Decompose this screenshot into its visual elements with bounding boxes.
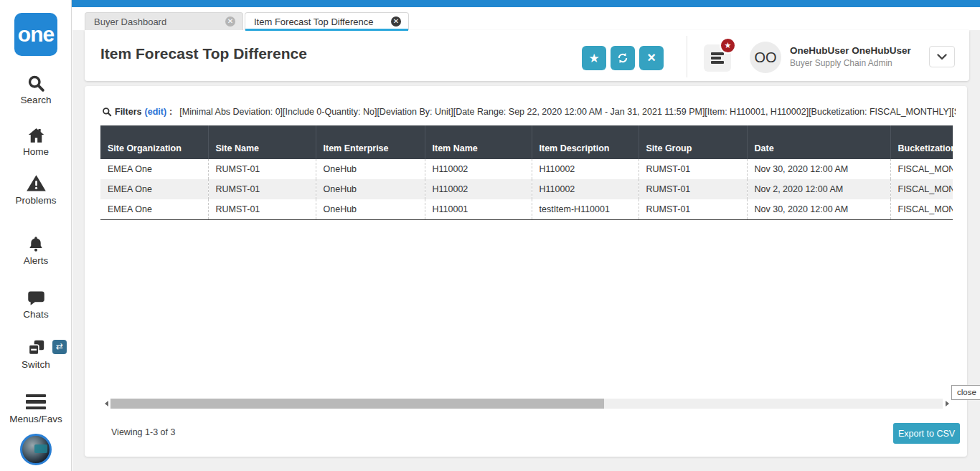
- horizontal-scrollbar: [102, 399, 951, 409]
- table-cell: RUMST-01: [208, 179, 316, 199]
- header-divider: [687, 36, 687, 77]
- page-header: Item Forecast Top Difference ★ × ★ OO On…: [85, 30, 969, 81]
- sidebar-item-switch[interactable]: ⇄ Switch: [0, 336, 72, 370]
- filters-edit-link[interactable]: (edit): [145, 107, 167, 117]
- table-cell: RUMST-01: [208, 199, 316, 219]
- table-cell: EMEA One: [100, 159, 208, 179]
- sidebar: one Search Home Problems Alerts: [0, 0, 72, 471]
- table-cell: RUMST-01: [639, 199, 747, 219]
- user-name: OneHubUser OneHubUser: [790, 45, 911, 56]
- table-cell: OneHub: [316, 199, 425, 219]
- table-cell: FISCAL_MONTHLY: [890, 179, 953, 199]
- close-icon: ×: [647, 49, 656, 66]
- column-header[interactable]: Item Description: [532, 125, 639, 159]
- sidebar-item-label: Chats: [0, 309, 72, 320]
- table-cell: Nov 30, 2020 12:00 AM: [747, 159, 890, 179]
- column-header[interactable]: Site Organization: [100, 125, 208, 159]
- app-screen: one Search Home Problems Alerts: [0, 0, 980, 471]
- column-header[interactable]: Item Enterprise: [316, 125, 425, 159]
- sidebar-item-alerts[interactable]: Alerts: [0, 232, 72, 266]
- chat-bubble-icon: [0, 286, 72, 308]
- table-cell: RUMST-01: [208, 159, 316, 179]
- refresh-button[interactable]: [611, 46, 635, 70]
- column-header[interactable]: Bucketization Level: [890, 125, 953, 159]
- chevron-down-icon: [937, 54, 947, 60]
- user-menu-button[interactable]: [929, 46, 955, 67]
- column-header[interactable]: Item Name: [425, 125, 532, 159]
- scrollbar-thumb[interactable]: [110, 399, 604, 409]
- sidebar-item-problems[interactable]: Problems: [0, 172, 72, 206]
- star-icon: ★: [725, 41, 732, 49]
- home-icon: [0, 123, 72, 145]
- hamburger-icon: [0, 391, 72, 412]
- sidebar-item-home[interactable]: Home: [0, 123, 72, 157]
- table-cell: FISCAL_MONTHLY: [890, 159, 953, 179]
- table-cell: H110002: [532, 159, 639, 179]
- sidebar-user-avatar[interactable]: [20, 434, 52, 465]
- scrollbar-track[interactable]: [110, 399, 943, 409]
- tab-item-forecast-top-difference[interactable]: Item Forecast Top Difference ✕: [245, 12, 409, 30]
- table-cell: H110002: [532, 179, 639, 199]
- sidebar-item-label: Home: [0, 146, 72, 157]
- table-cell: H110002: [425, 159, 532, 179]
- column-header[interactable]: Site Name: [208, 125, 316, 159]
- filter-bar: Filters (edit): [Minimal Abs Deviation: …: [102, 106, 956, 117]
- search-icon: [0, 72, 72, 93]
- favorites-badge[interactable]: ★: [720, 37, 736, 54]
- table-cell: testItem-H110001: [532, 199, 639, 219]
- table-row[interactable]: EMEA OneRUMST-01OneHubH110002H110002RUMS…: [100, 179, 953, 199]
- filters-summary: [Minimal Abs Deviation: 0][Include 0-Qua…: [179, 107, 956, 117]
- grid-header-row: Site OrganizationSite NameItem Enterpris…: [100, 125, 953, 159]
- table-row[interactable]: EMEA OneRUMST-01OneHubH110002H110002RUMS…: [100, 159, 953, 179]
- close-tooltip: close: [951, 385, 980, 400]
- table-cell: OneHub: [316, 179, 425, 199]
- sidebar-item-chats[interactable]: Chats: [0, 286, 72, 320]
- tab-bar: Buyer Dashboard ✕ Item Forecast Top Diff…: [85, 12, 409, 30]
- scroll-left-arrow[interactable]: [102, 399, 110, 409]
- filters-colon: :: [169, 107, 172, 117]
- table-cell: OneHub: [316, 159, 425, 179]
- scroll-right-arrow[interactable]: [943, 399, 951, 409]
- sidebar-item-label: Search: [0, 95, 72, 105]
- table-cell: FISCAL_MONTHLY: [890, 199, 953, 219]
- table-cell: Nov 30, 2020 12:00 AM: [747, 199, 890, 219]
- filter-search-icon: [102, 107, 112, 117]
- column-header[interactable]: Site Group: [639, 125, 747, 159]
- tab-close-icon[interactable]: ✕: [225, 16, 235, 27]
- tab-label: Item Forecast Top Difference: [254, 16, 391, 27]
- table-row[interactable]: EMEA OneRUMST-01OneHubH110001testItem-H1…: [100, 199, 953, 219]
- export-to-csv-button[interactable]: Export to CSV: [893, 423, 960, 444]
- sidebar-item-label: Switch: [0, 359, 72, 370]
- warning-triangle-icon: [0, 172, 72, 194]
- tab-close-icon[interactable]: ✕: [391, 16, 401, 27]
- table-cell: H110002: [425, 179, 532, 199]
- close-screen-button[interactable]: ×: [639, 46, 664, 70]
- user-avatar[interactable]: OO: [750, 42, 781, 73]
- table-cell: RUMST-01: [639, 179, 747, 199]
- favorite-button[interactable]: ★: [582, 46, 606, 70]
- list-icon: [711, 52, 724, 55]
- star-icon: ★: [588, 51, 599, 66]
- tab-label: Buyer Dashboard: [94, 16, 225, 27]
- one-network-logo[interactable]: one: [14, 13, 57, 56]
- swap-arrows-icon[interactable]: ⇄: [52, 340, 67, 354]
- sidebar-item-search[interactable]: Search: [0, 72, 72, 105]
- header-actions: ★ ×: [582, 46, 664, 70]
- record-count: Viewing 1-3 of 3: [111, 427, 175, 437]
- refresh-icon: [616, 52, 629, 65]
- table-cell: RUMST-01: [639, 159, 747, 179]
- table-cell: Nov 2, 2020 12:00 AM: [747, 179, 890, 199]
- tab-buyer-dashboard[interactable]: Buyer Dashboard ✕: [85, 12, 243, 30]
- sidebar-item-menus-favs[interactable]: Menus/Favs: [0, 391, 72, 424]
- table-cell: EMEA One: [100, 179, 208, 199]
- bell-icon: [0, 232, 72, 254]
- table-cell: EMEA One: [100, 199, 208, 219]
- user-role: Buyer Supply Chain Admin: [790, 58, 892, 68]
- top-accent-bar: [72, 0, 980, 7]
- column-header[interactable]: Date: [747, 125, 890, 159]
- table-cell: H110001: [425, 199, 532, 219]
- sidebar-item-label: Problems: [0, 195, 72, 206]
- data-grid: Site OrganizationSite NameItem Enterpris…: [100, 125, 953, 220]
- sidebar-item-label: Menus/Favs: [0, 414, 72, 424]
- sidebar-item-label: Alerts: [0, 255, 72, 266]
